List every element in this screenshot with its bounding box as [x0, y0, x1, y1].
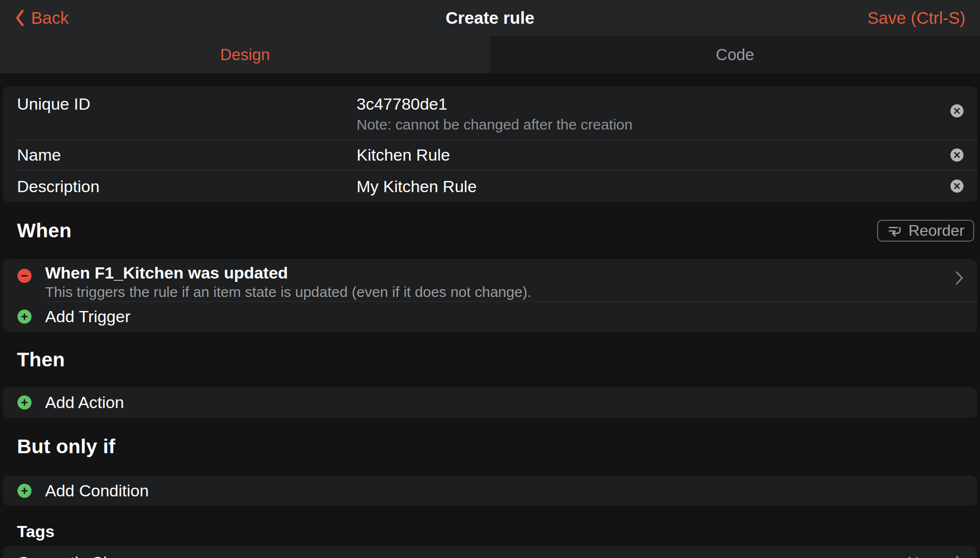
- unique-id-field[interactable]: 3c47780de1 Note: cannot be changed after…: [357, 94, 633, 133]
- then-section-header: Then: [0, 332, 980, 387]
- back-button[interactable]: Back: [15, 7, 69, 29]
- unique-id-note: Note: cannot be changed after the creati…: [357, 116, 633, 133]
- add-action-label: Add Action: [45, 393, 124, 412]
- then-heading: Then: [17, 348, 65, 371]
- description-row: Description My Kitchen Rule: [3, 170, 977, 202]
- trigger-title: When F1_Kitchen was updated: [45, 262, 531, 283]
- plus-icon: [17, 484, 32, 498]
- trigger-text: When F1_Kitchen was updated This trigger…: [45, 262, 531, 301]
- trigger-row[interactable]: When F1_Kitchen was updated This trigger…: [3, 259, 977, 301]
- add-condition-button[interactable]: Add Condition: [3, 476, 977, 506]
- tags-heading: Tags: [17, 522, 55, 541]
- rule-details-card: Unique ID 3c47780de1 Note: cannot be cha…: [3, 86, 977, 202]
- plus-icon: [17, 395, 32, 410]
- name-field[interactable]: Kitchen Rule: [357, 145, 450, 165]
- remove-trigger-button[interactable]: [17, 269, 32, 283]
- rule-editor-content: Unique ID 3c47780de1 Note: cannot be cha…: [0, 86, 980, 558]
- unique-id-value[interactable]: 3c47780de1: [357, 94, 633, 114]
- but-only-if-heading: But only if: [17, 435, 115, 458]
- tab-design[interactable]: Design: [0, 36, 490, 73]
- minus-icon: [21, 272, 28, 279]
- triggers-card: When F1_Kitchen was updated This trigger…: [3, 259, 977, 332]
- add-trigger-label: Add Trigger: [45, 307, 131, 326]
- add-action-button[interactable]: Add Action: [3, 387, 977, 418]
- but-only-if-section-header: But only if: [0, 418, 980, 476]
- actions-card: Add Action: [3, 387, 977, 418]
- back-label: Back: [31, 8, 69, 28]
- unique-id-row: Unique ID 3c47780de1 Note: cannot be cha…: [3, 86, 977, 139]
- clear-name-button[interactable]: [950, 148, 964, 162]
- when-heading: When: [17, 219, 71, 242]
- reorder-label: Reorder: [908, 222, 964, 240]
- description-label: Description: [17, 176, 357, 197]
- clear-unique-id-button[interactable]: [950, 104, 964, 117]
- tags-section-header: Tags: [0, 506, 980, 546]
- chevron-right-icon: [955, 271, 964, 285]
- description-field[interactable]: My Kitchen Rule: [357, 176, 477, 197]
- xmark-icon: [954, 152, 960, 158]
- chevron-left-icon: [15, 7, 25, 29]
- save-button[interactable]: Save (Ctrl-S): [867, 8, 965, 28]
- navbar: Back Create rule Save (Ctrl-S): [0, 0, 980, 36]
- reorder-button[interactable]: Reorder: [877, 220, 974, 242]
- xmark-icon: [954, 108, 960, 114]
- add-condition-label: Add Condition: [45, 481, 149, 500]
- plus-glyph: [21, 487, 28, 494]
- name-row: Name Kitchen Rule: [3, 139, 977, 170]
- when-section-header: When Reorder: [0, 202, 980, 259]
- reorder-icon: [887, 223, 902, 238]
- trigger-description: This triggers the rule if an item state …: [45, 283, 531, 301]
- semantic-class-value: None: [907, 553, 947, 558]
- chevron-right-icon: [955, 555, 964, 558]
- tab-code[interactable]: Code: [490, 36, 980, 73]
- unique-id-label: Unique ID: [17, 94, 357, 114]
- semantic-class-label: Semantic Class: [18, 553, 132, 558]
- clear-description-button[interactable]: [950, 180, 964, 193]
- add-trigger-button[interactable]: Add Trigger: [3, 301, 977, 332]
- semantic-class-row[interactable]: Semantic Class None: [3, 546, 977, 558]
- plus-glyph: [21, 399, 28, 406]
- conditions-card: Add Condition: [3, 476, 977, 506]
- plus-icon: [17, 310, 32, 324]
- plus-glyph: [21, 313, 28, 320]
- xmark-icon: [954, 183, 960, 189]
- tags-card: Semantic Class None: [3, 546, 977, 558]
- name-label: Name: [17, 145, 357, 165]
- page-title: Create rule: [0, 8, 980, 28]
- tabbar: Design Code: [0, 36, 980, 73]
